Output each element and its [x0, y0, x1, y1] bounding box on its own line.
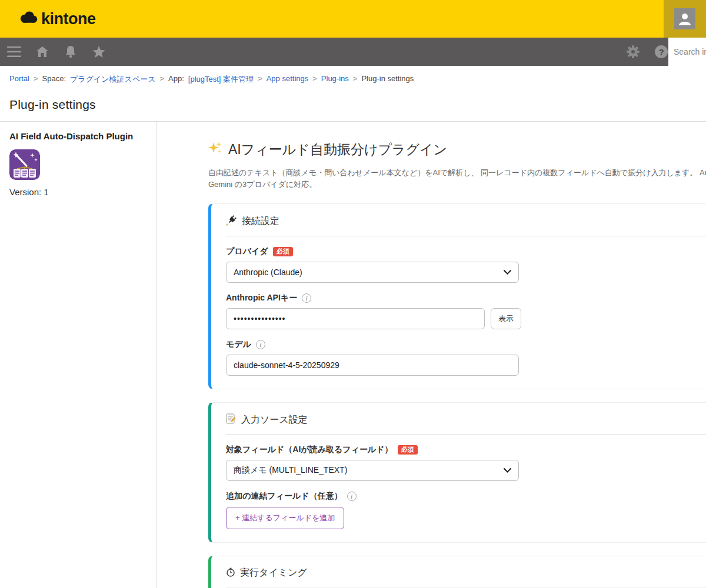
plugin-settings-page: kintone: [0, 0, 706, 588]
breadcrumb-separator: >: [258, 74, 262, 85]
target-field-select[interactable]: 商談メモ (MULTI_LINE_TEXT): [226, 460, 519, 481]
kintone-logo[interactable]: kintone: [20, 10, 96, 28]
info-icon[interactable]: i: [302, 293, 311, 303]
plugin-heading-text: AIフィールド自動振分けプラグイン: [228, 141, 447, 159]
required-badge: 必須: [273, 247, 293, 256]
plugin-name: AI Field Auto-Dispatch Plugin: [9, 131, 146, 141]
help-icon[interactable]: ?: [654, 45, 668, 59]
breadcrumb-current: Plug-in settings: [361, 74, 414, 85]
plug-icon: [226, 215, 237, 228]
breadcrumb-separator: >: [159, 74, 164, 85]
plugin-icon: [9, 149, 40, 180]
chevron-down-icon: [504, 468, 511, 473]
notifications-bell-icon[interactable]: [64, 45, 78, 59]
execution-timing-title: 実行タイミング: [226, 567, 706, 579]
search-input[interactable]: [668, 38, 706, 66]
additional-fields-field: 追加の連結フィールド（任意） i + 連結するフィールドを追加: [226, 491, 706, 529]
api-key-input[interactable]: [226, 308, 485, 329]
connection-settings-title: 接続設定: [226, 215, 706, 228]
add-concat-field-button[interactable]: + 連結するフィールドを追加: [226, 507, 344, 529]
provider-select[interactable]: Anthropic (Claude): [226, 262, 519, 283]
target-field-selected-value: 商談メモ (MULTI_LINE_TEXT): [234, 465, 347, 476]
execution-timing-title-text: 実行タイミング: [240, 567, 307, 579]
user-menu-button[interactable]: [664, 0, 706, 38]
show-api-key-button[interactable]: 表示: [491, 308, 521, 329]
global-search: [668, 38, 706, 66]
breadcrumb: Portal > Space: プラグイン検証スペース > App: [plug…: [0, 66, 706, 85]
target-field-label: 対象フィールド（AIが読み取るフィールド）: [226, 445, 393, 455]
input-source-title: 入力ソース設定: [226, 413, 706, 426]
avatar: [674, 8, 695, 29]
question-mark-icon: ?: [655, 45, 668, 58]
info-icon[interactable]: i: [347, 492, 357, 501]
clock-icon: [226, 567, 235, 579]
provider-label: プロバイダ: [226, 246, 268, 257]
breadcrumb-app-prefix: App:: [168, 74, 184, 85]
breadcrumb-space-link[interactable]: プラグイン検証スペース: [70, 74, 155, 85]
model-field: モデル i: [226, 339, 706, 376]
breadcrumb-space-prefix: Space:: [42, 74, 66, 85]
plugin-description: 自由記述のテキスト（商談メモ・問い合わせメール本文など）をAIで解析し、 同一レ…: [208, 167, 706, 191]
hamburger-menu-icon[interactable]: [7, 45, 21, 59]
section-divider: [226, 434, 706, 435]
plugin-description-line1: 自由記述のテキスト（商談メモ・問い合わせメール本文など）をAIで解析し、 同一レ…: [208, 167, 706, 179]
connection-settings-title-text: 接続設定: [242, 215, 279, 228]
input-source-section: 入力ソース設定 対象フィールド（AIが読み取るフィールド） 必須 商談メモ (M…: [208, 402, 706, 543]
info-icon[interactable]: i: [256, 340, 265, 349]
favorites-star-icon[interactable]: [92, 45, 106, 59]
breadcrumb-separator: >: [312, 74, 317, 85]
model-input[interactable]: [226, 355, 519, 376]
breadcrumb-app-link[interactable]: [plugTest] 案件管理: [188, 74, 254, 85]
page-title: Plug-in settings: [0, 85, 706, 112]
required-badge: 必須: [398, 445, 418, 455]
breadcrumb-portal[interactable]: Portal: [9, 74, 29, 85]
api-key-field: Anthropic APIキー i 表示: [226, 293, 706, 329]
navbar-left-icons: [7, 45, 106, 59]
kintone-logo-text: kintone: [41, 10, 96, 28]
chevron-down-icon: [504, 270, 511, 275]
settings-gear-icon[interactable]: [626, 45, 640, 59]
user-icon: [677, 11, 692, 26]
target-field: 対象フィールド（AIが読み取るフィールド） 必須 商談メモ (MULTI_LIN…: [226, 445, 706, 481]
plugin-heading: AIフィールド自動振分けプラグイン: [208, 141, 706, 159]
additional-fields-label: 追加の連結フィールド（任意）: [226, 491, 342, 502]
breadcrumb-app-settings[interactable]: App settings: [267, 74, 309, 85]
section-divider: [226, 587, 706, 587]
input-source-title-text: 入力ソース設定: [241, 414, 308, 426]
model-label: モデル: [226, 339, 251, 350]
app-header: kintone: [0, 0, 706, 38]
navbar-right-icons: ?: [626, 38, 668, 66]
plugin-settings-main: AIフィールド自動振分けプラグイン 自由記述のテキスト（商談メモ・問い合わせメー…: [156, 122, 706, 588]
provider-selected-value: Anthropic (Claude): [234, 268, 302, 277]
section-divider: [226, 236, 706, 236]
global-navbar: ?: [0, 38, 706, 66]
execution-timing-section: 実行タイミング ボタンを押したとき 推奨: [208, 556, 706, 588]
sparkles-icon: [208, 141, 222, 159]
plugin-sidebar: AI Field Auto-Dispatch Plugin: [0, 122, 156, 588]
provider-field: プロバイダ 必須 Anthropic (Claude): [226, 246, 706, 283]
connection-settings-section: 接続設定 プロバイダ 必須 Anthropic (Claude) Anth: [208, 203, 706, 389]
memo-icon: [226, 413, 237, 426]
kintone-cloud-icon: [20, 11, 38, 27]
home-icon[interactable]: [35, 45, 49, 59]
breadcrumb-plugins[interactable]: Plug-ins: [321, 74, 349, 85]
plugin-version: Version: 1: [9, 187, 146, 197]
breadcrumb-separator: >: [34, 74, 38, 85]
plugin-description-line2: Gemini の3プロバイダに対応。: [208, 179, 706, 191]
breadcrumb-separator: >: [353, 74, 358, 85]
api-key-label: Anthropic APIキー: [226, 293, 297, 303]
